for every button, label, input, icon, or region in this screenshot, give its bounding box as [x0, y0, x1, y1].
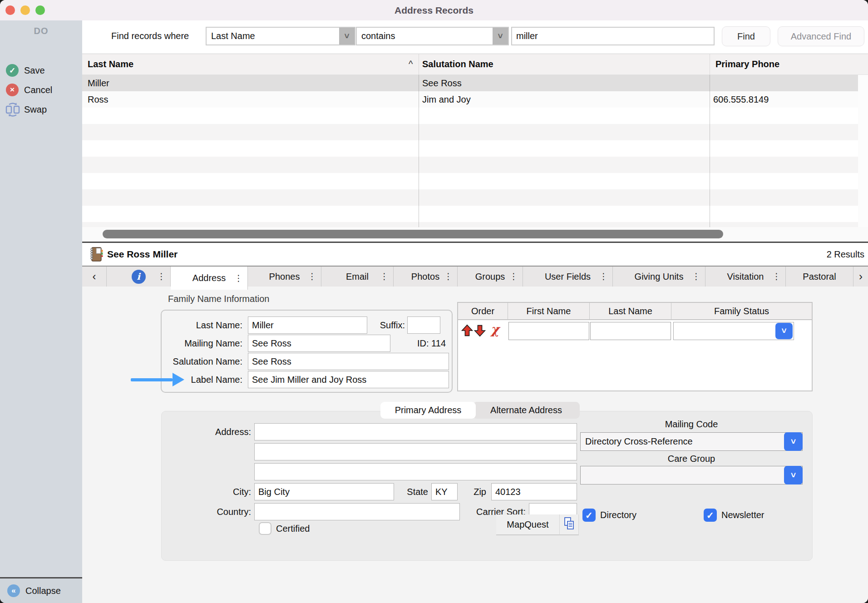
- delete-row-icon[interactable]: χ: [491, 322, 499, 337]
- move-up-icon[interactable]: [461, 324, 473, 339]
- column-separator: [710, 54, 710, 74]
- horizontal-scrollbar-track[interactable]: [82, 227, 868, 242]
- column-header-last-name[interactable]: Last Name: [88, 54, 133, 74]
- directory-checkbox[interactable]: ✓: [582, 509, 596, 522]
- address-tab-content: Family Name Information Last Name: Suffi…: [82, 287, 868, 603]
- tab-phones[interactable]: Phones ⋮: [248, 267, 321, 287]
- tab-menu-dots-icon[interactable]: ⋮: [599, 267, 608, 287]
- mailing-name-input[interactable]: [248, 335, 390, 352]
- swap-icon: [5, 102, 21, 119]
- empty-row: [82, 173, 858, 189]
- tab-menu-dots-icon[interactable]: ⋮: [157, 267, 166, 287]
- vertical-scrollbar-track[interactable]: [858, 75, 868, 227]
- country-input[interactable]: [254, 503, 460, 520]
- chevron-down-icon[interactable]: ˅: [784, 432, 803, 451]
- search-bar: Find records where Last Name ˅ contains …: [82, 20, 868, 54]
- tabs-scroll-right-button[interactable]: ›: [853, 267, 868, 287]
- tab-menu-dots-icon[interactable]: ⋮: [692, 267, 700, 287]
- family-status-dropdown[interactable]: ˅: [673, 322, 794, 340]
- table-row-selected[interactable]: Miller See Ross: [82, 75, 858, 91]
- chevron-left-icon: ‹: [93, 270, 96, 283]
- info-icon: i: [132, 270, 146, 284]
- search-query-input[interactable]: [511, 27, 715, 45]
- suffix-input[interactable]: [407, 316, 440, 334]
- tab-label: Giving Units: [635, 272, 684, 282]
- address-line1-input[interactable]: [254, 423, 577, 440]
- search-operator-value: contains: [357, 28, 493, 44]
- state-input[interactable]: [431, 483, 458, 500]
- results-table-body: Miller See Ross Ross Jim and Joy 606.555…: [82, 75, 858, 227]
- cancel-label: Cancel: [24, 83, 52, 97]
- save-button[interactable]: ✓ Save: [0, 64, 82, 77]
- tab-menu-dots-icon[interactable]: ⋮: [509, 267, 518, 287]
- address-line2-input[interactable]: [254, 443, 577, 460]
- care-group-dropdown[interactable]: ˅: [580, 466, 803, 484]
- tab-menu-dots-icon[interactable]: ⋮: [234, 267, 243, 290]
- column-header-primary-phone[interactable]: Primary Phone: [715, 54, 779, 74]
- mailing-code-dropdown[interactable]: Directory Cross-Reference ˅: [580, 432, 803, 451]
- city-input[interactable]: [254, 483, 394, 500]
- advanced-find-button[interactable]: Advanced Find: [778, 26, 864, 46]
- tab-label: Phones: [269, 272, 300, 282]
- tab-menu-dots-icon[interactable]: ⋮: [308, 267, 316, 287]
- copy-address-button[interactable]: [560, 514, 579, 535]
- zip-input[interactable]: [491, 483, 577, 500]
- column-header-salutation-name[interactable]: Salutation Name: [422, 54, 493, 74]
- certified-label: Certified: [276, 522, 310, 535]
- horizontal-scrollbar-thumb[interactable]: [103, 230, 723, 238]
- tab-groups[interactable]: Groups ⋮: [458, 267, 523, 287]
- last-name-input[interactable]: [248, 316, 367, 334]
- members-table-header: Order First Name Last Name Family Status: [458, 303, 812, 320]
- newsletter-label: Newsletter: [721, 509, 764, 522]
- tab-alternate-address[interactable]: Alternate Address: [473, 402, 580, 419]
- mailing-code-label: Mailing Code: [580, 419, 803, 430]
- tab-primary-address[interactable]: Primary Address: [380, 402, 476, 419]
- swap-button[interactable]: Swap: [0, 103, 82, 116]
- mailing-code-value: Directory Cross-Reference: [581, 433, 784, 450]
- salutation-name-input[interactable]: [248, 353, 449, 370]
- member-last-name-input[interactable]: [590, 322, 671, 340]
- x-circle-icon: ×: [6, 84, 19, 96]
- tab-email[interactable]: Email ⋮: [321, 267, 394, 287]
- empty-row: [82, 189, 858, 206]
- move-down-icon[interactable]: [473, 324, 486, 339]
- tabs-scroll-left-button[interactable]: ‹: [82, 267, 107, 287]
- empty-row: [82, 140, 858, 157]
- tab-address[interactable]: Address ⋮: [171, 267, 248, 290]
- label-name-pointer-arrowhead: [173, 373, 184, 386]
- tab-visitation[interactable]: Visitation ⋮: [705, 267, 786, 287]
- member-first-name-input[interactable]: [508, 322, 589, 340]
- family-name-information-legend: Family Name Information: [168, 294, 269, 304]
- certified-checkbox[interactable]: [259, 522, 271, 535]
- address-line3-input[interactable]: [254, 463, 577, 480]
- tab-menu-dots-icon[interactable]: ⋮: [772, 267, 781, 287]
- tab-label: Address: [192, 273, 226, 283]
- cancel-button[interactable]: × Cancel: [0, 83, 82, 97]
- tab-info[interactable]: i ⋮: [107, 267, 171, 287]
- tab-photos[interactable]: Photos ⋮: [394, 267, 458, 287]
- tab-giving-units[interactable]: Giving Units ⋮: [613, 267, 705, 287]
- results-table-header: Last Name ^ Salutation Name Primary Phon…: [82, 54, 868, 75]
- empty-row: [82, 124, 858, 140]
- label-name-input[interactable]: [248, 371, 449, 388]
- tab-label: Primary Address: [395, 405, 462, 415]
- salutation-name-label: Salutation Name:: [163, 353, 242, 370]
- table-row[interactable]: Ross Jim and Joy 606.555.8149: [82, 91, 858, 108]
- chevron-down-icon[interactable]: ˅: [775, 323, 793, 339]
- search-operator-dropdown[interactable]: contains ˅: [356, 27, 509, 45]
- cell-last-name: Miller: [88, 75, 109, 91]
- newsletter-checkbox[interactable]: ✓: [704, 509, 717, 522]
- column-header-family-status: Family Status: [671, 303, 812, 319]
- search-field-dropdown[interactable]: Last Name ˅: [206, 27, 355, 45]
- title-bar: Address Records: [0, 0, 868, 20]
- tab-pastoral[interactable]: Pastoral: [786, 267, 853, 287]
- tab-user-fields[interactable]: User Fields ⋮: [523, 267, 613, 287]
- chevron-down-icon[interactable]: ˅: [784, 466, 803, 484]
- find-button[interactable]: Find: [722, 26, 770, 46]
- country-label: Country:: [191, 503, 251, 520]
- tab-menu-dots-icon[interactable]: ⋮: [444, 267, 453, 287]
- collapse-bar[interactable]: « Collapse: [0, 578, 82, 603]
- mapquest-button[interactable]: MapQuest: [496, 514, 560, 535]
- tab-menu-dots-icon[interactable]: ⋮: [380, 267, 389, 287]
- check-icon: ✓: [585, 510, 593, 521]
